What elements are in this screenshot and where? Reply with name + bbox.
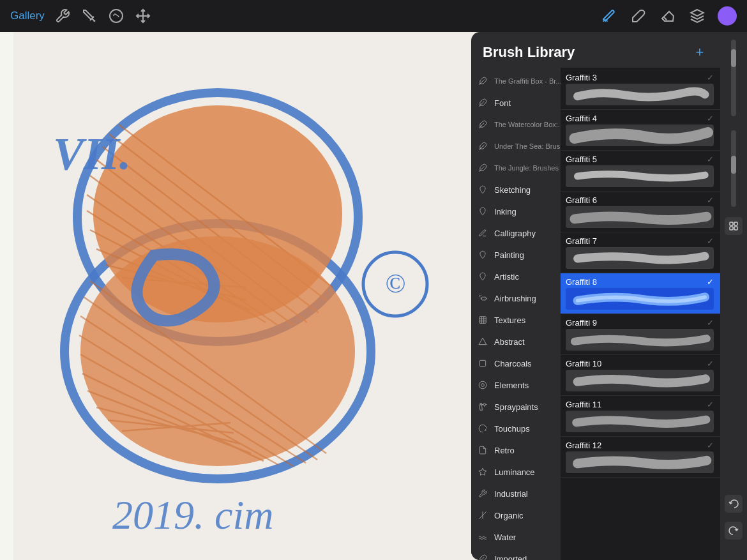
modifier-button[interactable]	[725, 217, 743, 235]
brush-tool-icon[interactable]	[600, 7, 618, 25]
category-item-charcoals[interactable]: Charcoals	[471, 352, 561, 374]
textures-cat-icon	[476, 314, 489, 326]
category-list: The Graffiti Box - Br... Font	[471, 68, 561, 560]
svg-rect-47	[481, 297, 486, 300]
brush-item-4[interactable]: Graffiti 4 ✓	[561, 110, 720, 151]
category-charcoals-label: Charcoals	[494, 359, 532, 368]
opacity-slider[interactable]	[731, 130, 736, 207]
category-water-label: Water	[494, 533, 516, 542]
category-artistic-label: Artistic	[494, 272, 519, 282]
category-item-calligraphy[interactable]: Calligraphy	[471, 222, 561, 244]
category-item-graffiti-box[interactable]: The Graffiti Box - Br...	[471, 70, 561, 92]
category-item-elements[interactable]: Elements	[471, 374, 561, 396]
brush-item-9[interactable]: Graffiti 9 ✓	[561, 314, 720, 355]
user-avatar[interactable]	[718, 6, 737, 26]
svg-point-57	[483, 404, 486, 406]
brush-check-4: ✓	[707, 114, 714, 123]
svg-line-44	[479, 123, 484, 128]
brush-item-10[interactable]: Graffiti 10 ✓	[561, 355, 720, 396]
layers-tool-icon[interactable]	[688, 7, 706, 25]
transform-icon[interactable]	[134, 7, 152, 25]
category-item-organic[interactable]: Organic	[471, 504, 561, 526]
category-item-airbrushing[interactable]: Airbrushing	[471, 287, 561, 309]
category-item-watercolor[interactable]: The Watercolor Box:...	[471, 114, 561, 135]
eraser-tool-icon[interactable]	[659, 7, 677, 25]
luminance-cat-icon	[476, 465, 489, 478]
size-slider[interactable]	[731, 40, 736, 116]
brush-library-panel: Brush Library + The Graffiti Box - Br...	[471, 32, 720, 560]
gallery-button[interactable]: Gallery	[10, 10, 45, 22]
category-item-retro[interactable]: Retro	[471, 439, 561, 461]
airbrushing-cat-icon	[476, 292, 489, 305]
brush-item-6[interactable]: Graffiti 6 ✓	[561, 192, 720, 232]
brush-check-3: ✓	[707, 73, 714, 82]
svg-marker-5	[691, 10, 704, 16]
redo-button[interactable]	[725, 522, 743, 540]
category-item-luminance[interactable]: Luminance	[471, 461, 561, 483]
retro-cat-icon	[476, 444, 489, 457]
category-calligraphy-label: Calligraphy	[494, 229, 536, 238]
category-item-painting[interactable]: Painting	[471, 244, 561, 266]
svg-line-45	[479, 145, 484, 150]
inking-cat-icon	[476, 205, 489, 218]
brush-item-3[interactable]: Graffiti 3 ✓	[561, 69, 720, 110]
brush-library-title: Brush Library	[483, 44, 691, 61]
calligraphy-cat-icon	[476, 227, 489, 239]
category-jungle-label: The Jungle: Brushes	[494, 164, 559, 172]
category-item-spraypaints[interactable]: Spraypaints	[471, 396, 561, 418]
brush-item-5-header: Graffiti 5 ✓	[566, 155, 714, 164]
brush-item-7-header: Graffiti 7 ✓	[566, 236, 714, 246]
brush-item-10-header: Graffiti 10 ✓	[566, 359, 714, 368]
category-item-touchups[interactable]: Touchups	[471, 418, 561, 439]
brush-name-11: Graffiti 11	[566, 400, 601, 409]
undo-button[interactable]	[725, 495, 743, 513]
category-item-water[interactable]: Water	[471, 526, 561, 548]
category-item-textures[interactable]: Textures	[471, 309, 561, 331]
svg-line-2	[94, 20, 95, 22]
smudge-tool-icon[interactable]	[630, 7, 647, 25]
category-item-font[interactable]: Font	[471, 92, 561, 114]
selection-icon[interactable]	[107, 7, 125, 25]
category-item-abstract[interactable]: Abstract	[471, 331, 561, 352]
brush-item-8[interactable]: Graffiti 8 ✓	[561, 273, 720, 314]
category-item-jungle[interactable]: The Jungle: Brushes	[471, 157, 561, 179]
category-font-label: Font	[494, 98, 511, 108]
category-item-imported[interactable]: Imported	[471, 548, 561, 560]
category-item-artistic[interactable]: Artistic	[471, 266, 561, 287]
category-retro-label: Retro	[494, 446, 515, 455]
category-item-underthesea[interactable]: Under The Sea: Brus...	[471, 135, 561, 157]
brush-check-5: ✓	[707, 155, 714, 164]
category-spraypaints-label: Spraypaints	[494, 402, 538, 412]
category-sketching-label: Sketching	[494, 185, 531, 195]
svg-marker-53	[479, 338, 487, 345]
brush-list: Graffiti 3 ✓ Graffiti 4 ✓	[561, 68, 720, 560]
brush-stroke-8	[566, 288, 714, 310]
toolbar: Gallery	[0, 0, 747, 32]
brush-stroke-5	[566, 165, 714, 187]
font-cat-icon	[476, 96, 489, 109]
right-side-panel	[720, 32, 747, 560]
brush-check-12: ✓	[707, 441, 714, 450]
add-brush-button[interactable]: +	[691, 43, 709, 61]
actions-icon[interactable]	[80, 7, 98, 25]
category-airbrushing-label: Airbrushing	[494, 294, 536, 303]
sketching-cat-icon	[476, 183, 489, 196]
brush-check-6: ✓	[707, 195, 714, 205]
brush-item-12[interactable]: Graffiti 12 ✓	[561, 437, 720, 478]
category-item-inking[interactable]: Inking	[471, 201, 561, 222]
brush-stroke-3	[566, 84, 714, 105]
brush-item-11[interactable]: Graffiti 11 ✓	[561, 396, 720, 437]
svg-rect-38	[730, 222, 733, 225]
category-organic-label: Organic	[494, 511, 524, 520]
wrench-icon[interactable]	[54, 7, 72, 25]
brush-item-8-header: Graffiti 8 ✓	[566, 277, 714, 287]
category-item-industrial[interactable]: Industrial	[471, 483, 561, 504]
brush-name-4: Graffiti 4	[566, 114, 597, 123]
brush-library-header: Brush Library +	[471, 32, 720, 68]
brush-item-5[interactable]: Graffiti 5 ✓	[561, 151, 720, 192]
abstract-cat-icon	[476, 335, 489, 348]
brush-item-7[interactable]: Graffiti 7 ✓	[561, 232, 720, 273]
category-inking-label: Inking	[494, 207, 517, 216]
svg-line-42	[479, 80, 484, 85]
category-item-sketching[interactable]: Sketching	[471, 179, 561, 201]
